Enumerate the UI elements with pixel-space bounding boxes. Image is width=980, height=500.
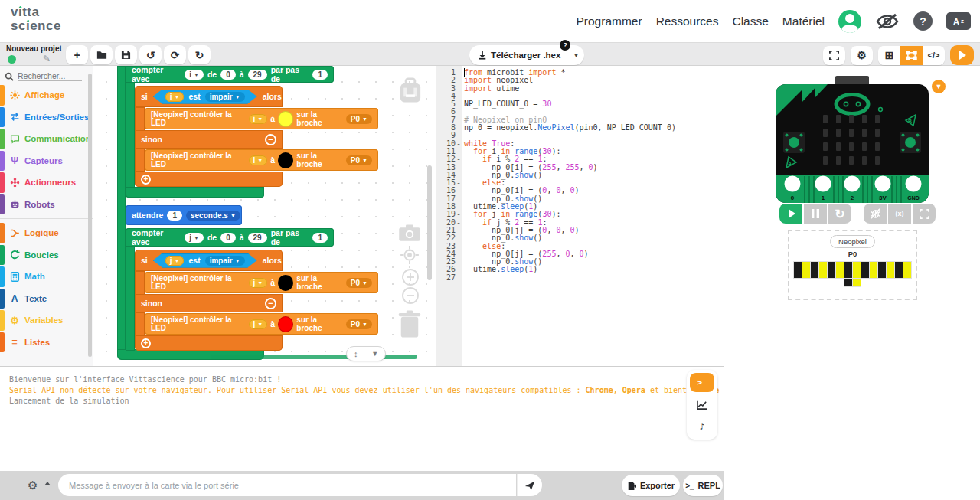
- nav-ressources[interactable]: Ressources: [656, 15, 719, 28]
- export-button[interactable]: Exporter: [622, 475, 680, 496]
- if-block[interactable]: si j▼ est impair▼ alors: [135, 250, 283, 271]
- variable-dropdown[interactable]: j▼: [249, 278, 268, 288]
- project-name[interactable]: Nouveau projet: [6, 44, 62, 53]
- sidebar-item-boucles[interactable]: Boucles: [0, 244, 93, 266]
- neopixel-block[interactable]: [Neopixel] contrôler la LED j▼ à sur la …: [145, 272, 378, 293]
- sidebar-item-logique[interactable]: Logique: [0, 222, 93, 244]
- blockly-workspace[interactable]: compter avec i▼ de 0 à 29 par pas de 1 s…: [93, 66, 436, 366]
- neopixel-block[interactable]: [Neopixel] contrôler la LED i▼ à sur la …: [145, 108, 378, 129]
- neopixel-block[interactable]: [Neopixel] contrôler la LED i▼ à sur la …: [145, 149, 378, 171]
- color-picker[interactable]: [278, 152, 293, 168]
- minus-icon[interactable]: −: [265, 298, 276, 309]
- else-row[interactable]: sinon −: [135, 130, 283, 149]
- variable-dropdown[interactable]: j▼: [185, 233, 204, 243]
- sim-restart-button[interactable]: ↻: [828, 204, 851, 224]
- serial-console[interactable]: Bienvenue sur l'interface Vittascience p…: [0, 366, 724, 471]
- serial-message-input[interactable]: [58, 474, 516, 496]
- color-picker[interactable]: [278, 316, 293, 332]
- code-view-button[interactable]: </>: [923, 46, 945, 65]
- redo-button[interactable]: ↻: [188, 45, 211, 64]
- grid-view-button[interactable]: ⊞: [878, 46, 900, 65]
- workspace-hscrollbar[interactable]: [211, 355, 417, 359]
- from-value[interactable]: 0: [220, 233, 236, 243]
- plus-icon[interactable]: +: [141, 175, 151, 185]
- workspace-vscrollbar[interactable]: [427, 165, 432, 280]
- variable-dropdown[interactable]: j▼: [165, 256, 185, 266]
- plus-icon[interactable]: +: [141, 338, 151, 348]
- terminal-tab[interactable]: >_: [690, 373, 714, 392]
- repl-button[interactable]: >_ REPL: [683, 475, 723, 496]
- nav-programmer[interactable]: Programmer: [576, 15, 642, 28]
- serial-settings-gear-icon[interactable]: ⚙: [28, 479, 38, 492]
- code-line[interactable]: [464, 274, 724, 282]
- unit-dropdown[interactable]: seconde.s▼: [186, 211, 240, 221]
- sidebar-item-actionneurs[interactable]: Actionneurs: [0, 172, 93, 194]
- loop-i-bottom[interactable]: [126, 187, 264, 198]
- collapse-panel-button[interactable]: ▼: [932, 80, 946, 93]
- sim-fullscreen-button[interactable]: [913, 204, 936, 224]
- python-code-panel[interactable]: 12345678910-11-12-131415-16171819-20-212…: [436, 66, 724, 366]
- open-folder-button[interactable]: [90, 45, 113, 64]
- resize-vertical-icon[interactable]: ↕: [354, 349, 358, 358]
- fold-marker[interactable]: -: [456, 243, 462, 250]
- vittascience-logo[interactable]: vitta science: [11, 5, 61, 33]
- download-hex-button[interactable]: Télécharger .hex ▼ ?: [469, 45, 584, 65]
- if-block[interactable]: si i▼ est impair▼ alors: [135, 86, 283, 107]
- button-b[interactable]: [900, 132, 921, 153]
- fold-marker[interactable]: -: [456, 219, 462, 227]
- sidebar-item-robots[interactable]: Robots: [0, 194, 93, 216]
- center-target-icon[interactable]: [400, 245, 420, 268]
- nav-materiel[interactable]: Matériel: [782, 15, 825, 28]
- settings-gear-button[interactable]: ⚙: [851, 46, 873, 65]
- sim-debug-off-button[interactable]: [864, 204, 887, 224]
- chart-tab[interactable]: [690, 395, 714, 414]
- pin-dropdown[interactable]: P0▼: [346, 319, 372, 329]
- if-block-left-bar[interactable]: [135, 312, 145, 335]
- help-icon[interactable]: ?: [913, 11, 933, 31]
- wait-block[interactable]: attendre 1 seconde.s▼: [126, 205, 242, 225]
- save-button[interactable]: [115, 45, 137, 64]
- step-value[interactable]: 1: [312, 233, 328, 243]
- loop-block-j[interactable]: compter avec j▼ de 0 à 29 par pas de 1: [126, 228, 334, 247]
- code-editor[interactable]: from microbit import *import neopixelimp…: [464, 69, 724, 282]
- sidebar-item-variables[interactable]: ⚙Variables: [0, 309, 93, 332]
- trash-icon[interactable]: [397, 309, 423, 342]
- else-row[interactable]: sinon −: [135, 294, 283, 312]
- parity-dropdown[interactable]: impair▼: [205, 256, 245, 266]
- color-picker[interactable]: [278, 275, 293, 291]
- sidebar-item-listes[interactable]: ≡Listes: [0, 332, 93, 354]
- loop-j-left-bar[interactable]: [126, 247, 135, 351]
- parity-dropdown[interactable]: impair▼: [205, 92, 245, 102]
- loop-block-i[interactable]: compter avec i▼ de 0 à 29 par pas de 1: [126, 66, 334, 83]
- sidebar-item-math[interactable]: Math: [0, 266, 93, 288]
- zoom-out-icon[interactable]: [401, 286, 420, 308]
- code-line[interactable]: utime.sleep(1): [464, 266, 724, 273]
- edit-pencil-icon[interactable]: ✎: [43, 54, 51, 64]
- run-button[interactable]: [950, 45, 974, 65]
- translate-icon[interactable]: Az: [946, 12, 971, 30]
- camera-icon[interactable]: [398, 224, 421, 245]
- sidebar-scrollbar[interactable]: [88, 74, 92, 357]
- pin-dropdown[interactable]: P0▼: [346, 278, 372, 288]
- while-block-left-bar[interactable]: [117, 66, 126, 352]
- fullscreen-button[interactable]: [823, 46, 845, 65]
- workspace-resize-widget[interactable]: ↕ ▼: [346, 346, 386, 361]
- if-block-left-bar[interactable]: [135, 149, 145, 172]
- sidebar-item-affichage[interactable]: Affichage: [0, 84, 93, 106]
- button-a[interactable]: [783, 132, 805, 153]
- backpack-icon[interactable]: [397, 77, 424, 109]
- code-line[interactable]: NP_LED_COUNT_0 = 30: [464, 100, 724, 108]
- sync-button[interactable]: ⟳: [164, 45, 186, 64]
- sim-pause-button[interactable]: [804, 204, 827, 224]
- if-block-bottom[interactable]: +: [135, 335, 283, 351]
- blocks-view-button[interactable]: [900, 46, 923, 65]
- variable-dropdown[interactable]: i▼: [165, 92, 185, 102]
- variable-dropdown[interactable]: j▼: [249, 319, 268, 329]
- user-avatar-icon[interactable]: [838, 10, 861, 33]
- to-value[interactable]: 29: [248, 70, 267, 80]
- pin-dropdown[interactable]: P0▼: [346, 114, 372, 124]
- send-message-button[interactable]: [517, 474, 542, 496]
- code-line[interactable]: np_0 = neopixel.NeoPixel(pin0, NP_LED_CO…: [464, 124, 724, 132]
- collapse-chevron-icon[interactable]: ▼: [371, 350, 378, 358]
- nav-classe[interactable]: Classe: [732, 15, 768, 28]
